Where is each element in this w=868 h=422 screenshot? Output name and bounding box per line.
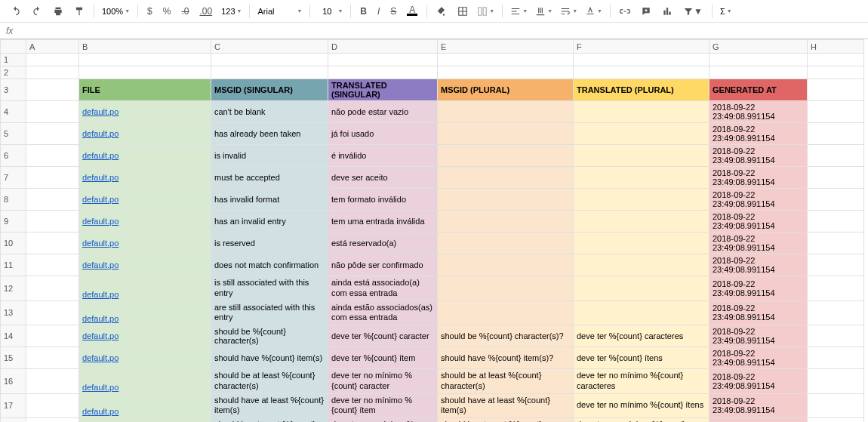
cell[interactable]	[574, 54, 709, 66]
column-header-B[interactable]: B	[79, 40, 211, 54]
msgid-singular-cell[interactable]: should be at most %{count} character(s)	[211, 418, 328, 423]
cell[interactable]	[808, 101, 864, 123]
msgid-plural-cell[interactable]	[438, 233, 574, 254]
translated-singular-cell[interactable]: não pode estar vazio	[328, 101, 438, 123]
column-header-G[interactable]: G	[709, 40, 808, 54]
italic-button[interactable]: I	[373, 3, 384, 20]
translated-plural-cell[interactable]	[574, 233, 709, 254]
generated-cell[interactable]: 2018-09-22 23:49:08.991154	[709, 254, 808, 276]
column-header-D[interactable]: D	[328, 40, 438, 54]
translated-plural-cell[interactable]: deve ter no máximo %{count} caracteres	[574, 418, 709, 423]
translated-singular-cell[interactable]: deve ter %{count} caracter	[328, 325, 438, 347]
msgid-singular-cell[interactable]: is reserved	[211, 233, 328, 254]
translated-singular-cell[interactable]: deve ter no máximo %{count} caracter	[328, 418, 438, 423]
msgid-singular-cell[interactable]: is still associated with this entry	[211, 276, 328, 301]
cell[interactable]	[808, 54, 864, 66]
generated-cell[interactable]: 2018-09-22 23:49:08.991154	[709, 276, 808, 301]
cell[interactable]	[808, 418, 864, 423]
select-all-corner[interactable]	[1, 40, 26, 54]
file-cell[interactable]: default.po	[79, 418, 211, 423]
msgid-singular-cell[interactable]: should be %{count} character(s)	[211, 325, 328, 347]
row-header[interactable]: 7	[1, 167, 26, 189]
cell[interactable]	[26, 418, 79, 423]
translated-plural-cell[interactable]: deve ter %{count} caracteres	[574, 325, 709, 347]
file-cell[interactable]: default.po	[79, 123, 211, 145]
row-header[interactable]: 1	[1, 54, 26, 66]
row-header[interactable]: 10	[1, 233, 26, 254]
cell[interactable]	[808, 300, 864, 325]
msgid-singular-cell[interactable]: does not match confirmation	[211, 254, 328, 276]
cell[interactable]	[26, 123, 79, 145]
msgid-plural-cell[interactable]	[438, 145, 574, 167]
cell[interactable]	[211, 66, 328, 79]
insert-comment-button[interactable]	[636, 3, 656, 20]
file-cell[interactable]: default.po	[79, 300, 211, 325]
file-link[interactable]: default.po	[82, 331, 119, 340]
translated-singular-cell[interactable]: deve ser aceito	[328, 167, 438, 189]
file-link[interactable]: default.po	[82, 217, 119, 226]
msgid-plural-cell[interactable]	[438, 189, 574, 211]
header-file[interactable]: FILE	[79, 79, 211, 101]
filter-button[interactable]: ▼	[679, 3, 707, 20]
row-header[interactable]: 13	[1, 300, 26, 325]
cell[interactable]	[808, 79, 864, 101]
msgid-singular-cell[interactable]: should have %{count} item(s)	[211, 347, 328, 369]
translated-plural-cell[interactable]	[574, 211, 709, 233]
file-link[interactable]: default.po	[82, 407, 119, 416]
cell[interactable]	[26, 66, 79, 79]
translated-plural-cell[interactable]: deve ter %{count} ítens	[574, 347, 709, 369]
insert-link-button[interactable]	[615, 3, 635, 20]
header-msgid-singular[interactable]: MSGID (SINGULAR)	[211, 79, 328, 101]
cell[interactable]	[808, 167, 864, 189]
translated-plural-cell[interactable]: deve ter no mínimo %{count} caracteres	[574, 369, 709, 394]
cell[interactable]	[808, 276, 864, 301]
msgid-singular-cell[interactable]: can't be blank	[211, 101, 328, 123]
cell[interactable]	[26, 325, 79, 347]
generated-cell[interactable]: 2018-09-22 23:49:08.991154	[709, 369, 808, 394]
cell[interactable]	[26, 233, 79, 254]
translated-plural-cell[interactable]	[574, 167, 709, 189]
header-translated-singular[interactable]: TRANSLATED (SINGULAR)	[328, 79, 438, 101]
translated-singular-cell[interactable]: ainda estão associados(as) com essa entr…	[328, 300, 438, 325]
translated-singular-cell[interactable]: já foi usado	[328, 123, 438, 145]
cell[interactable]	[808, 369, 864, 394]
msgid-plural-cell[interactable]	[438, 101, 574, 123]
functions-dropdown[interactable]: Σ ▼	[717, 5, 735, 17]
number-format-dropdown[interactable]: 123 ▼	[218, 5, 245, 17]
cell[interactable]	[808, 254, 864, 276]
row-header[interactable]: 15	[1, 347, 26, 369]
cell[interactable]	[808, 347, 864, 369]
insert-chart-button[interactable]	[657, 3, 677, 20]
file-link[interactable]: default.po	[82, 314, 119, 323]
generated-cell[interactable]: 2018-09-22 23:49:08.991154	[709, 393, 808, 418]
file-link[interactable]: default.po	[82, 383, 119, 392]
cell[interactable]	[26, 54, 79, 66]
cell[interactable]	[808, 393, 864, 418]
file-cell[interactable]: default.po	[79, 254, 211, 276]
horizontal-align-dropdown[interactable]: ▼	[507, 5, 531, 18]
spreadsheet-grid[interactable]: ABCDEFGH 123FILEMSGID (SINGULAR)TRANSLAT…	[0, 39, 868, 422]
cell[interactable]	[26, 167, 79, 189]
column-header-C[interactable]: C	[211, 40, 328, 54]
cell[interactable]	[26, 101, 79, 123]
translated-plural-cell[interactable]	[574, 276, 709, 301]
msgid-plural-cell[interactable]	[438, 254, 574, 276]
generated-cell[interactable]: 2018-09-22 23:49:08.991154	[709, 189, 808, 211]
file-link[interactable]: default.po	[82, 129, 119, 138]
msgid-singular-cell[interactable]: has an invalid entry	[211, 211, 328, 233]
row-header[interactable]: 3	[1, 79, 26, 101]
file-link[interactable]: default.po	[82, 290, 119, 299]
translated-plural-cell[interactable]	[574, 254, 709, 276]
translated-singular-cell[interactable]: está reservado(a)	[328, 233, 438, 254]
msgid-plural-cell[interactable]: should be at least %{count} character(s)	[438, 369, 574, 394]
file-cell[interactable]: default.po	[79, 167, 211, 189]
zoom-dropdown[interactable]: 100% ▼	[99, 5, 133, 17]
generated-cell[interactable]: 2018-09-22 23:49:08.991154	[709, 325, 808, 347]
file-link[interactable]: default.po	[82, 107, 119, 116]
font-name-dropdown[interactable]: ▼	[254, 5, 305, 17]
generated-cell[interactable]: 2018-09-22 23:49:08.991154	[709, 123, 808, 145]
generated-cell[interactable]: 2018-09-22 23:49:08.991154	[709, 145, 808, 167]
cell[interactable]	[709, 66, 808, 79]
file-link[interactable]: default.po	[82, 173, 119, 182]
percent-button[interactable]: %	[159, 3, 176, 20]
